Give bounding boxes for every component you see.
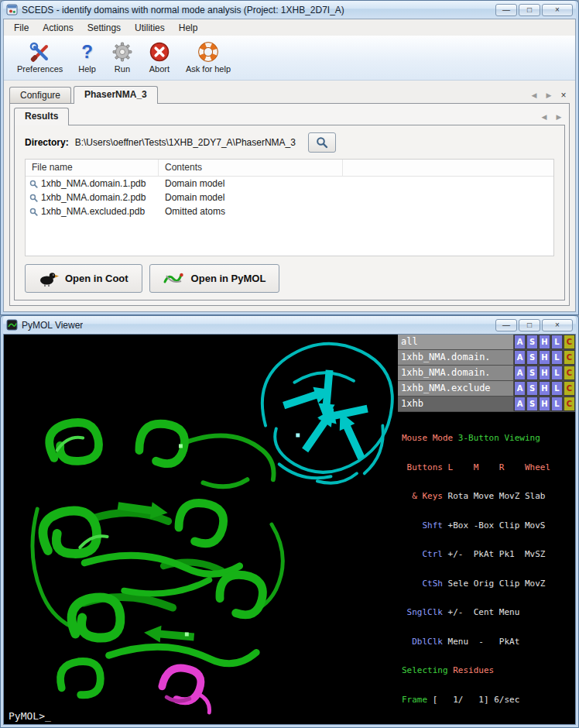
open-in-coot-label: Open in Coot	[65, 273, 128, 284]
tools-icon	[29, 40, 52, 64]
mouse-help-segment: Ctrl	[402, 549, 448, 559]
minimize-button[interactable]: —	[495, 319, 517, 331]
object-row-domain-2[interactable]: 1xhb_NMA.domain. A S H L C	[398, 366, 575, 380]
tab-close-button[interactable]: ×	[557, 89, 570, 101]
abort-label: Abort	[149, 64, 170, 74]
object-name[interactable]: all	[398, 335, 513, 349]
file-row[interactable]: 1xhb_NMA.domain.1.pdb Domain model	[26, 177, 553, 191]
mouse-help-line: Ctrl +/- PkAt Pk1 MvSZ	[402, 550, 571, 560]
label-button[interactable]: L	[551, 366, 563, 380]
ask-for-help-button[interactable]: Ask for help	[179, 39, 238, 75]
minimize-button[interactable]: —	[495, 4, 517, 16]
action-button[interactable]: A	[514, 381, 526, 396]
open-in-pymol-button[interactable]: Open in PyMOL	[149, 264, 280, 293]
mouse-help-segment: & Keys	[402, 491, 448, 501]
show-button[interactable]: S	[526, 366, 538, 380]
subtab-scroll-right-button[interactable]: ▶	[553, 111, 565, 122]
menu-utilities[interactable]: Utilities	[128, 21, 172, 35]
object-name[interactable]: 1xhb_NMA.domain.	[398, 366, 513, 380]
maximize-button[interactable]: □	[519, 319, 540, 331]
action-button[interactable]: A	[514, 335, 526, 349]
sceds-caption-buttons: — □ ×	[495, 4, 573, 16]
maximize-button[interactable]: □	[519, 4, 540, 16]
pymol-titlebar[interactable]: PyMOL Viewer — □ ×	[3, 316, 576, 334]
sceds-window-title: SCEDS - identify domains with normal mod…	[22, 5, 344, 15]
sceds-titlebar[interactable]: SCEDS - identify domains with normal mod…	[3, 1, 576, 19]
menu-settings[interactable]: Settings	[81, 21, 128, 35]
hide-button[interactable]: H	[539, 397, 550, 411]
object-name[interactable]: 1xhb	[398, 397, 513, 411]
help-button[interactable]: ? Help	[71, 39, 103, 75]
browse-directory-button[interactable]	[308, 132, 336, 153]
hide-button[interactable]: H	[539, 350, 550, 365]
tab-scroll-right-button[interactable]: ▶	[543, 89, 555, 101]
frame-value: [ 1/ 1] 6/sec	[433, 695, 520, 705]
object-row-1xhb[interactable]: 1xhb A S H L C	[398, 397, 575, 411]
menu-file[interactable]: File	[7, 21, 36, 35]
object-name[interactable]: 1xhb_NMA.exclude	[398, 381, 513, 396]
frame-label: Frame	[402, 695, 433, 705]
color-button[interactable]: C	[564, 381, 575, 396]
show-button[interactable]: S	[526, 397, 538, 411]
menubar: File Actions Settings Utilities Help	[4, 19, 575, 36]
file-contents: Domain model	[159, 178, 343, 189]
subtab-scroll-left-button[interactable]: ◀	[538, 111, 550, 122]
coot-bird-icon	[39, 270, 59, 287]
file-row[interactable]: 1xhb_NMA.domain.2.pdb Domain model	[26, 191, 553, 204]
open-in-coot-button[interactable]: Open in Coot	[25, 264, 142, 293]
object-row-all[interactable]: all A S H L C	[398, 335, 575, 349]
tab-scroll-left-button[interactable]: ◀	[528, 89, 540, 101]
run-button[interactable]: Run	[104, 39, 140, 75]
color-button[interactable]: C	[564, 350, 575, 365]
tab-phasernma-3[interactable]: PhaserNMA_3	[74, 86, 158, 104]
hide-button[interactable]: H	[539, 381, 550, 396]
frame-counter-line: Frame [ 1/ 1] 6/sec	[402, 695, 571, 706]
action-button[interactable]: A	[514, 366, 526, 380]
file-magnifier-icon	[29, 180, 38, 188]
file-name: 1xhb_NMA.excluded.pdb	[41, 206, 145, 217]
color-button[interactable]: C	[564, 335, 575, 349]
toolbar: Preferences ? Help	[4, 36, 575, 81]
column-contents[interactable]: Contents	[159, 160, 343, 176]
directory-value: B:\Users\oeffner\Tests\1XHB_2DY7_A\Phase…	[75, 137, 296, 148]
protein-structure	[4, 335, 398, 724]
pymol-viewport[interactable]: PyMOL>_	[4, 335, 398, 724]
show-button[interactable]: S	[526, 350, 538, 365]
mouse-help-segment: Rota Move MovZ Slab	[448, 491, 546, 501]
close-button[interactable]: ×	[542, 4, 573, 16]
color-button[interactable]: C	[564, 366, 575, 380]
label-button[interactable]: L	[551, 381, 563, 396]
label-button[interactable]: L	[551, 335, 563, 349]
action-button[interactable]: A	[514, 350, 526, 365]
close-button[interactable]: ×	[542, 319, 573, 331]
label-button[interactable]: L	[551, 350, 563, 365]
tab-configure[interactable]: Configure	[9, 87, 71, 104]
label-button[interactable]: L	[551, 397, 563, 411]
mouse-help-line: CtSh Sele Orig Clip MovZ	[402, 579, 571, 589]
menu-actions[interactable]: Actions	[36, 21, 80, 35]
hide-button[interactable]: H	[539, 335, 550, 349]
menu-help[interactable]: Help	[172, 21, 205, 35]
show-button[interactable]: S	[526, 381, 538, 396]
mouse-help-segment: CtSh	[402, 579, 448, 589]
abort-button[interactable]: Abort	[142, 39, 177, 75]
mouse-help-line: Shft +Box -Box Clip MovS	[402, 521, 571, 531]
abort-icon	[149, 40, 170, 64]
file-contents: Domain model	[159, 192, 343, 203]
tab-nav: ◀ ▶ ×	[528, 89, 570, 104]
column-file-name[interactable]: File name	[26, 160, 159, 176]
sceds-window: SCEDS - identify domains with normal mod…	[0, 0, 579, 315]
tab-results[interactable]: Results	[14, 108, 69, 125]
hide-button[interactable]: H	[539, 366, 550, 380]
action-button[interactable]: A	[514, 397, 526, 411]
color-button[interactable]: C	[564, 397, 575, 411]
actions-row: Open in Coot Open in PyMOL	[25, 264, 554, 293]
show-button[interactable]: S	[526, 335, 538, 349]
object-row-domain-1[interactable]: 1xhb_NMA.domain. A S H L C	[398, 350, 575, 365]
ask-for-help-label: Ask for help	[186, 64, 231, 74]
object-name[interactable]: 1xhb_NMA.domain.	[398, 350, 513, 365]
file-row[interactable]: 1xhb_NMA.excluded.pdb Omitted atoms	[26, 204, 553, 218]
object-row-excluded[interactable]: 1xhb_NMA.exclude A S H L C	[398, 381, 575, 396]
pymol-command-prompt[interactable]: PyMOL>_	[9, 710, 51, 722]
preferences-button[interactable]: Preferences	[10, 39, 70, 75]
